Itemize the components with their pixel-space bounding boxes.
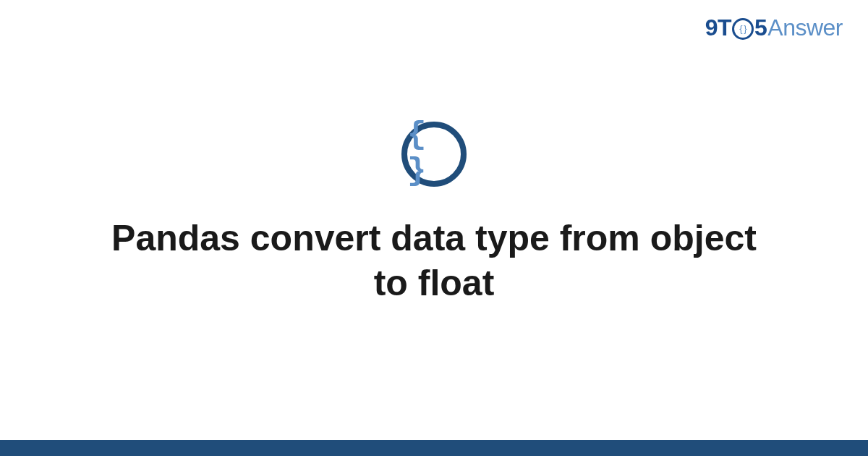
braces-glyph: { } xyxy=(407,117,461,189)
bottom-accent-bar xyxy=(0,440,868,456)
question-title: Pandas convert data type from object to … xyxy=(109,216,760,306)
content-area: { } Pandas convert data type from object… xyxy=(0,0,868,456)
code-braces-icon: { } xyxy=(401,122,467,187)
